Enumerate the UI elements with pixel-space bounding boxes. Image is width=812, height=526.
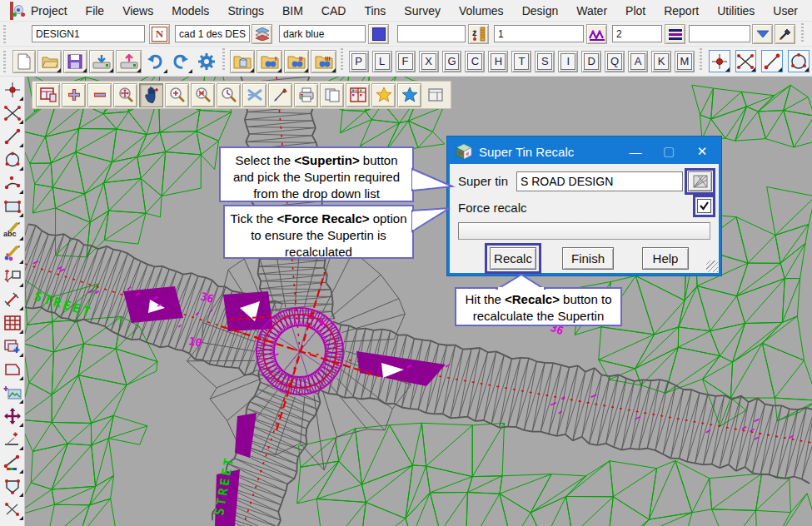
view-menu-button[interactable] [36, 83, 60, 107]
resize-grip[interactable] [706, 261, 718, 272]
height-input[interactable] [494, 25, 584, 42]
plot-button[interactable] [294, 83, 318, 107]
finish-button[interactable]: Finish [562, 247, 614, 270]
menu-tins[interactable]: Tins [355, 4, 395, 17]
tool-line-button[interactable] [2, 126, 23, 147]
menu-user[interactable]: User [764, 4, 807, 17]
snap-d-button[interactable]: D [581, 51, 601, 72]
tool-window-copy-button[interactable] [2, 335, 23, 357]
cad-point-button[interactable] [709, 50, 730, 72]
blank-field-1[interactable] [397, 25, 466, 42]
tool-arc-button[interactable] [2, 172, 23, 194]
copy-view-button[interactable] [320, 83, 344, 107]
snap-grid-button[interactable]: G [442, 51, 462, 72]
snap-i-button[interactable]: I [558, 51, 578, 72]
favourites-button[interactable] [371, 83, 396, 107]
snap-line-button[interactable]: L [372, 51, 392, 72]
snap-cursor-button[interactable]: C [465, 51, 485, 72]
linestyle-button[interactable] [665, 24, 685, 44]
dialog-titlebar[interactable]: 12 d Super Tin Recalc — ▢ ✕ [450, 139, 719, 164]
new-project-button[interactable] [12, 50, 37, 73]
height-z-button[interactable]: z [468, 24, 489, 44]
settings-button[interactable] [194, 50, 218, 73]
snap-height-button[interactable]: H [488, 51, 508, 72]
menu-water[interactable]: Water [567, 4, 616, 17]
layout-window-button[interactable] [423, 83, 447, 107]
toolbar-grip[interactable] [800, 23, 806, 42]
cad-circle-button[interactable] [788, 50, 810, 72]
zoom-previous-button[interactable] [191, 83, 215, 107]
snap-k-button[interactable]: K [651, 51, 671, 72]
zoom-window-button[interactable] [165, 83, 189, 107]
project-folder-button[interactable] [230, 50, 256, 73]
snap-tin-button[interactable]: T [511, 51, 531, 72]
model-layers-button[interactable] [252, 24, 272, 44]
save-button[interactable] [63, 50, 87, 73]
tool-image-button[interactable] [2, 382, 23, 404]
snap-a-button[interactable]: A [628, 51, 648, 72]
cad-text-input[interactable] [175, 25, 250, 42]
menu-bim[interactable]: BIM [273, 4, 312, 17]
snap-f-button[interactable]: F [396, 51, 416, 72]
colour-swatch-button[interactable] [368, 24, 389, 44]
menu-views[interactable]: Views [113, 4, 162, 17]
menu-help[interactable]: He [807, 4, 812, 17]
name-picker-button[interactable]: N [149, 24, 170, 44]
menu-cad[interactable]: CAD [312, 4, 356, 17]
menu-strings[interactable]: Strings [218, 4, 273, 17]
tool-grid-button[interactable] [2, 312, 23, 334]
toolbar-grip[interactable] [221, 48, 227, 70]
tin-picker-button[interactable] [586, 24, 607, 44]
grid-view-button[interactable] [346, 83, 370, 107]
toolbar-grip[interactable] [2, 25, 8, 43]
tool-move-button[interactable] [2, 405, 23, 427]
menu-volumes[interactable]: Volumes [450, 4, 513, 17]
tool-measure-button[interactable] [2, 289, 23, 310]
tool-text-button[interactable]: abc [2, 219, 23, 241]
tool-pencil-button[interactable] [2, 242, 23, 264]
snap-point-button[interactable]: P [349, 51, 369, 72]
import-button[interactable] [89, 50, 115, 73]
snap-q-button[interactable]: Q [605, 51, 625, 72]
toolbar-grip[interactable] [339, 48, 346, 70]
zoom-refresh-button[interactable] [217, 83, 241, 107]
tool-rectangle-button[interactable] [2, 196, 23, 217]
eyedropper-button[interactable] [775, 24, 795, 44]
tool-polygon-button[interactable] [2, 359, 23, 380]
menu-report[interactable]: Report [655, 4, 708, 17]
supertin-input[interactable] [516, 171, 683, 191]
utility-folder-1-button[interactable]: I [257, 50, 282, 73]
redraw-button[interactable] [268, 83, 292, 107]
tool-raise-point-button[interactable] [2, 429, 23, 450]
zoom-in-button[interactable] [62, 83, 86, 107]
menu-plot[interactable]: Plot [616, 4, 655, 17]
toolbar-grip[interactable] [698, 48, 705, 70]
menu-project[interactable]: Project [22, 4, 77, 17]
dropdown-button[interactable] [752, 24, 773, 44]
utility-folder-3-button[interactable]: III [311, 50, 336, 73]
tool-delete-button[interactable] [2, 499, 23, 520]
snap-x-button[interactable]: X [419, 51, 439, 72]
menu-models[interactable]: Models [162, 4, 218, 17]
zoom-out-button[interactable] [87, 83, 112, 107]
redo-button[interactable] [169, 50, 193, 73]
open-project-button[interactable] [37, 50, 62, 73]
help-button[interactable]: Help [642, 247, 689, 270]
cad-line-button[interactable] [761, 50, 783, 72]
menu-survey[interactable]: Survey [395, 4, 450, 17]
tool-shield-polygon-button[interactable] [2, 475, 23, 497]
weight-input[interactable] [612, 25, 662, 42]
maximize-button[interactable]: ▢ [652, 144, 685, 159]
menu-file[interactable]: File [77, 4, 114, 17]
favourites-edit-button[interactable] [397, 83, 421, 107]
tool-circle-button[interactable] [2, 149, 23, 171]
utility-folder-2-button[interactable]: II [284, 50, 310, 73]
colour-input[interactable] [279, 25, 366, 42]
blank-field-2[interactable] [689, 25, 750, 42]
menu-utilities[interactable]: Utilities [708, 4, 764, 17]
minimize-button[interactable]: — [619, 145, 652, 159]
view-name-input[interactable] [32, 25, 145, 42]
tool-point-button[interactable] [2, 79, 23, 101]
snap-m-button[interactable]: M [675, 51, 695, 72]
zoom-extent-button[interactable] [113, 83, 137, 107]
